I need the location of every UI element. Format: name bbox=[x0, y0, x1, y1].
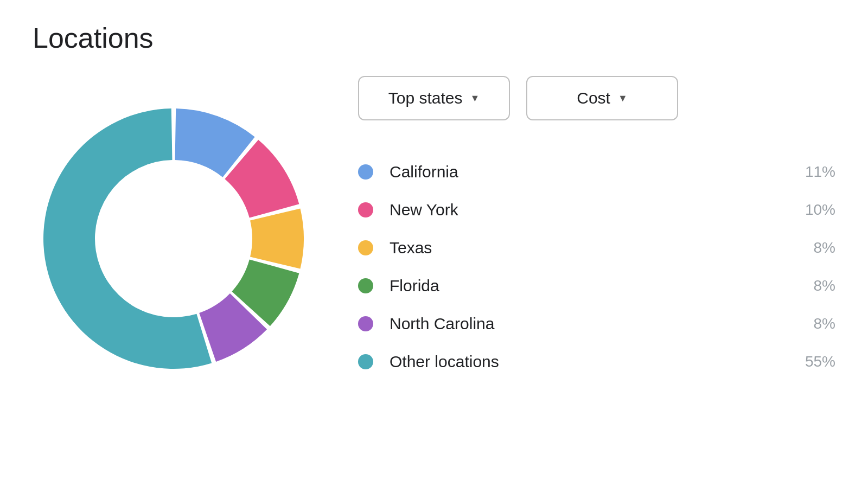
legend-pct: 8% bbox=[792, 239, 835, 257]
dropdowns-container: Top states ▼ Cost ▼ bbox=[358, 76, 835, 120]
legend-dot bbox=[358, 278, 373, 293]
legend-pct: 55% bbox=[792, 353, 835, 370]
legend-item: North Carolina 8% bbox=[358, 305, 835, 343]
legend-items: California 11% New York 10% Texas 8% Flo… bbox=[358, 153, 835, 381]
legend-section: Top states ▼ Cost ▼ California 11% New Y… bbox=[358, 76, 835, 381]
chart-section bbox=[33, 98, 315, 380]
legend-pct: 8% bbox=[792, 277, 835, 294]
cost-dropdown[interactable]: Cost ▼ bbox=[526, 76, 678, 120]
legend-dot bbox=[358, 354, 373, 369]
top-states-label: Top states bbox=[388, 89, 463, 107]
cost-label: Cost bbox=[577, 89, 610, 107]
legend-label: New York bbox=[390, 201, 792, 219]
legend-dot bbox=[358, 240, 373, 255]
chevron-down-icon-2: ▼ bbox=[618, 93, 628, 104]
legend-label: Other locations bbox=[390, 353, 792, 371]
legend-label: Texas bbox=[390, 239, 792, 257]
legend-item: Texas 8% bbox=[358, 229, 835, 267]
top-states-dropdown[interactable]: Top states ▼ bbox=[358, 76, 510, 120]
legend-dot bbox=[358, 202, 373, 217]
main-layout: Top states ▼ Cost ▼ California 11% New Y… bbox=[33, 76, 835, 381]
page-title: Locations bbox=[33, 22, 835, 54]
legend-label: North Carolina bbox=[390, 315, 792, 333]
donut-chart bbox=[33, 98, 315, 380]
legend-item: Florida 8% bbox=[358, 267, 835, 305]
legend-pct: 11% bbox=[792, 163, 835, 181]
chevron-down-icon: ▼ bbox=[470, 93, 480, 104]
legend-item: California 11% bbox=[358, 153, 835, 191]
legend-dot bbox=[358, 316, 373, 331]
legend-item: New York 10% bbox=[358, 191, 835, 229]
legend-label: Florida bbox=[390, 277, 792, 295]
legend-item: Other locations 55% bbox=[358, 343, 835, 381]
legend-dot bbox=[358, 164, 373, 180]
legend-pct: 8% bbox=[792, 315, 835, 332]
legend-label: California bbox=[390, 163, 792, 181]
legend-pct: 10% bbox=[792, 201, 835, 219]
chart-segment-texas bbox=[250, 208, 304, 268]
